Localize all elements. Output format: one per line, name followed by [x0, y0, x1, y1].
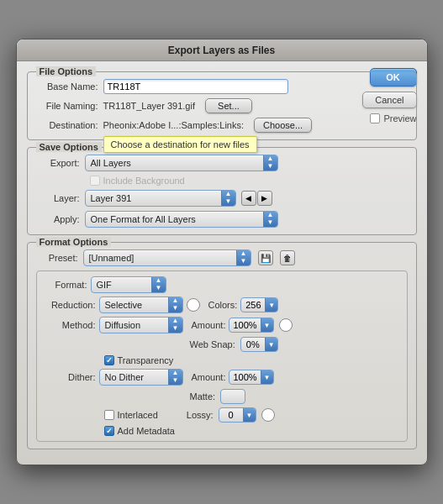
- file-naming-row: File Naming: TR118T_Layer 391.gif Set...: [36, 98, 349, 113]
- include-bg-checkbox[interactable]: [90, 176, 100, 186]
- web-snap-arrow: ▼: [265, 338, 277, 351]
- colors-label: Colors:: [208, 300, 238, 310]
- method-select[interactable]: Diffusion ▲ ▼: [99, 317, 183, 333]
- base-name-label: Base Name:: [36, 81, 98, 92]
- format-label: Format:: [44, 280, 87, 290]
- export-value: All Layers: [86, 157, 263, 169]
- colors-select[interactable]: 256 ▼: [240, 297, 278, 312]
- save-options-section: Save Options Export: All Layers ▲ ▼ Incl…: [27, 147, 417, 235]
- reduction-label: Reduction:: [44, 300, 96, 310]
- layer-value: Layer 391: [86, 192, 221, 204]
- dither-amount-arrow: ▼: [261, 370, 273, 384]
- web-snap-select[interactable]: 0% ▼: [240, 337, 278, 352]
- colors-arrow: ▼: [265, 298, 277, 312]
- reduction-select[interactable]: Selective ▲ ▼: [99, 297, 183, 313]
- file-options-label: File Options: [36, 66, 97, 76]
- layer-row: Layer: Layer 391 ▲ ▼ ◀ ▶: [36, 190, 349, 207]
- matte-row: Matte: ▼: [44, 389, 400, 404]
- format-options-section: Format Options Preset: [Unnamed] ▲ ▼ 💾 🗑: [27, 242, 417, 449]
- reduction-circle-btn[interactable]: [187, 298, 200, 312]
- lossy-circle-btn[interactable]: [261, 408, 275, 422]
- base-name-row: Base Name:: [36, 79, 349, 94]
- apply-arrow: ▲ ▼: [263, 212, 277, 227]
- format-arrow: ▲ ▼: [151, 277, 166, 292]
- export-arrow: ▲ ▼: [263, 155, 277, 171]
- transparency-wrap: Transparency: [104, 355, 174, 365]
- export-label: Export:: [36, 158, 80, 168]
- file-options-section: File Options Base Name: File Naming: TR1…: [27, 71, 417, 140]
- matte-arrow: ▼: [245, 390, 245, 403]
- colors-value: 256: [241, 299, 265, 311]
- interlaced-checkbox[interactable]: [104, 410, 114, 420]
- file-naming-label: File Naming:: [36, 101, 98, 111]
- format-options-label: Format Options: [36, 237, 112, 247]
- export-select[interactable]: All Layers ▲ ▼: [85, 155, 278, 171]
- dither-arrow: ▲ ▼: [168, 370, 182, 385]
- add-metadata-row: Add Metadata: [44, 426, 400, 436]
- matte-label: Matte:: [190, 391, 216, 402]
- dither-label: Dither:: [44, 372, 96, 382]
- format-value: GIF: [92, 279, 151, 291]
- add-metadata-wrap: Add Metadata: [104, 426, 176, 436]
- apply-select[interactable]: One Format for All Layers ▲ ▼: [85, 211, 278, 228]
- layer-arrow: ▲ ▼: [221, 191, 235, 206]
- title-bar: Export Layers as Files: [17, 39, 427, 61]
- file-naming-value: TR118T_Layer 391.gif: [103, 101, 195, 111]
- preset-select[interactable]: [Unnamed] ▲ ▼: [83, 249, 251, 266]
- next-layer-button[interactable]: ▶: [257, 191, 272, 206]
- amount-select[interactable]: 100% ▼: [229, 318, 273, 333]
- dither-amount-label: Amount:: [192, 372, 226, 382]
- tooltip: Choose a destination for new files: [103, 136, 257, 153]
- format-row: Format: GIF ▲ ▼: [44, 276, 400, 293]
- amount-label: Amount:: [192, 320, 226, 330]
- method-row: Method: Diffusion ▲ ▼ Amount: 100% ▼: [44, 317, 400, 333]
- set-button[interactable]: Set...: [205, 98, 252, 113]
- add-metadata-label: Add Metadata: [118, 426, 176, 436]
- prev-layer-button[interactable]: ◀: [241, 191, 256, 206]
- apply-row: Apply: One Format for All Layers ▲ ▼: [36, 211, 349, 228]
- export-dialog: Export Layers as Files OK Cancel Preview…: [16, 39, 428, 465]
- amount-value: 100%: [229, 319, 260, 331]
- save-options-label: Save Options: [36, 142, 102, 152]
- layer-label: Layer:: [36, 193, 80, 203]
- dither-value: No Dither: [100, 371, 168, 383]
- add-metadata-checkbox[interactable]: [104, 426, 114, 436]
- preset-arrow: ▲ ▼: [236, 250, 251, 265]
- export-row: Export: All Layers ▲ ▼: [36, 155, 349, 171]
- preset-label: Preset:: [36, 253, 78, 263]
- amount-circle-btn[interactable]: [279, 318, 293, 332]
- lossy-select[interactable]: 0 ▼: [219, 407, 256, 423]
- reduction-arrow: ▲ ▼: [168, 297, 182, 312]
- dialog-title: Export Layers as Files: [168, 45, 275, 56]
- include-bg-row: Include Background: [36, 176, 349, 186]
- web-snap-row: Web Snap: 0% ▼: [44, 337, 400, 352]
- transparency-checkbox[interactable]: [104, 355, 114, 365]
- include-bg-wrap: Include Background: [90, 176, 185, 186]
- method-value: Diffusion: [100, 319, 168, 331]
- matte-value: [221, 391, 245, 402]
- dither-select[interactable]: No Dither ▲ ▼: [99, 369, 183, 386]
- destination-row: Destination: Pheonix:Adobe I...:Samples:…: [36, 118, 349, 133]
- layer-select[interactable]: Layer 391 ▲ ▼: [85, 190, 236, 207]
- web-snap-label: Web Snap:: [190, 339, 235, 349]
- dither-amount-select[interactable]: 100% ▼: [229, 370, 273, 385]
- choose-button[interactable]: Choose...: [254, 118, 312, 133]
- preset-value: [Unnamed]: [84, 252, 236, 264]
- format-inner: Format: GIF ▲ ▼ Reduction: Selective: [36, 270, 408, 442]
- layer-nav: ◀ ▶: [241, 191, 272, 206]
- preset-save-icon[interactable]: 💾: [258, 250, 273, 265]
- interlaced-row: Interlaced Lossy: 0 ▼: [44, 407, 400, 423]
- lossy-arrow: ▼: [243, 408, 256, 422]
- dither-amount-value: 100%: [229, 371, 260, 383]
- preset-delete-icon[interactable]: 🗑: [280, 250, 295, 265]
- matte-select[interactable]: ▼: [220, 389, 245, 404]
- base-name-input[interactable]: [103, 79, 288, 94]
- transparency-label: Transparency: [118, 355, 174, 365]
- format-select[interactable]: GIF ▲ ▼: [91, 276, 166, 293]
- transparency-row: Transparency: [44, 355, 400, 365]
- amount-arrow: ▼: [261, 318, 273, 332]
- apply-value: One Format for All Layers: [86, 213, 263, 225]
- reduction-row: Reduction: Selective ▲ ▼ Colors: 256 ▼: [44, 297, 400, 313]
- reduction-value: Selective: [100, 299, 168, 311]
- destination-value: Pheonix:Adobe I...:Samples:Links:: [103, 120, 245, 130]
